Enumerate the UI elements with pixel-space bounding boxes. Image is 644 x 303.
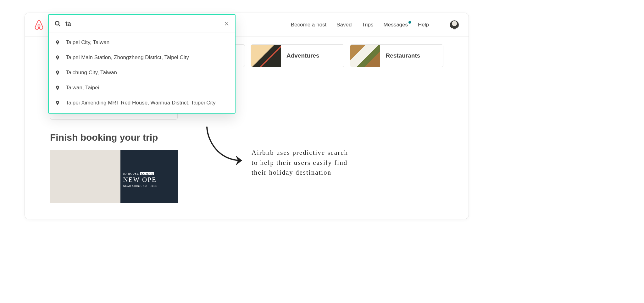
suggestion-item[interactable]: Taipei Ximending MRT Red House, Wanhua D… bbox=[49, 95, 235, 110]
nav-trips[interactable]: Trips bbox=[362, 22, 373, 28]
booking-overlay: NJ HOUSE KOMAN NEW OPE NEAR SHINJUKU · F… bbox=[120, 170, 178, 203]
annotation-text: Airbnb uses predictive search to help th… bbox=[252, 148, 358, 178]
nav-messages-label: Messages bbox=[384, 22, 408, 28]
pin-icon bbox=[55, 85, 60, 90]
annotation-line: Airbnb uses predictive search bbox=[252, 148, 358, 158]
suggestion-item[interactable]: Taipei City, Taiwan bbox=[49, 35, 235, 50]
search-input[interactable] bbox=[65, 20, 224, 27]
category-thumb-restaurants bbox=[350, 45, 380, 67]
avatar[interactable] bbox=[450, 20, 459, 30]
booking-overlay-big: NEW OPE bbox=[123, 176, 176, 184]
pin-icon bbox=[55, 100, 60, 105]
suggestion-text: Taichung City, Taiwan bbox=[66, 70, 117, 76]
booking-overlay-tiny: NEAR SHINJUKU · FREE bbox=[123, 185, 176, 188]
nav-messages[interactable]: Messages bbox=[384, 22, 408, 28]
nav-links: Become a host Saved Trips Messages Help bbox=[291, 20, 459, 30]
booking-overlay-small1: NJ HOUSE KOMAN bbox=[123, 172, 176, 175]
annotation-arrow-icon bbox=[201, 125, 252, 169]
category-label-adventures: Adventures bbox=[281, 52, 319, 59]
category-card-restaurants[interactable]: Restaurants bbox=[350, 44, 444, 67]
suggestion-text: Taipei Main Station, Zhongzheng District… bbox=[66, 54, 189, 61]
pin-icon bbox=[55, 70, 60, 75]
annotation-line: to help their users easily find bbox=[252, 158, 358, 168]
suggestion-text: Taiwan, Taipei bbox=[66, 85, 99, 91]
suggestion-item[interactable]: Taiwan, Taipei bbox=[49, 80, 235, 95]
search-dropdown: Taipei City, Taiwan Taipei Main Station,… bbox=[48, 14, 236, 114]
suggestion-item[interactable]: Taichung City, Taiwan bbox=[49, 65, 235, 80]
suggestion-item[interactable]: Taipei Main Station, Zhongzheng District… bbox=[49, 50, 235, 65]
booking-thumbnail[interactable]: NJ HOUSE KOMAN NEW OPE NEAR SHINJUKU · F… bbox=[50, 150, 178, 203]
airbnb-logo-icon[interactable] bbox=[34, 20, 44, 30]
search-bar bbox=[49, 15, 235, 32]
svg-point-0 bbox=[55, 21, 59, 25]
search-suggestions: Taipei City, Taiwan Taipei Main Station,… bbox=[49, 32, 235, 113]
notification-dot-icon bbox=[408, 21, 411, 24]
nav-saved[interactable]: Saved bbox=[336, 22, 352, 28]
pin-icon bbox=[55, 40, 60, 45]
annotation-line: their holiday destination bbox=[252, 168, 358, 178]
category-card-adventures[interactable]: Adventures bbox=[251, 44, 344, 67]
pin-icon bbox=[55, 55, 60, 60]
category-thumb-adventures bbox=[251, 45, 281, 67]
category-label-restaurants: Restaurants bbox=[380, 52, 420, 59]
search-icon bbox=[54, 20, 65, 27]
suggestion-text: Taipei City, Taiwan bbox=[66, 39, 109, 46]
clear-icon[interactable] bbox=[224, 21, 230, 26]
suggestion-text: Taipei Ximending MRT Red House, Wanhua D… bbox=[66, 100, 216, 106]
nav-become-host[interactable]: Become a host bbox=[291, 22, 326, 28]
nav-help[interactable]: Help bbox=[418, 22, 429, 28]
